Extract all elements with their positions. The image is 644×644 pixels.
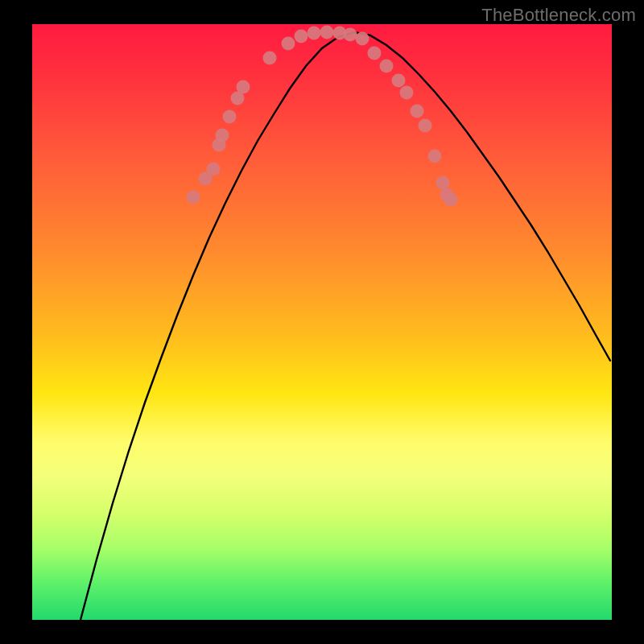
scatter-dot [207,163,221,176]
scatter-dot [237,80,250,94]
scatter-dot [419,119,432,133]
scatter-dot [428,150,442,163]
scatter-dot [368,47,382,60]
scatter-dot [282,37,295,51]
watermark-text: TheBottleneck.com [481,5,636,26]
scatter-dot [436,176,450,190]
scatter-dot [295,30,308,43]
scatter-dot [187,191,200,204]
scatter-dot [380,60,394,73]
scatter-dot [392,74,406,88]
chart-frame: TheBottleneck.com [0,0,644,644]
scatter-dot [223,110,237,124]
curve-line [80,32,610,620]
plot-area [32,24,612,620]
chart-svg [32,24,612,620]
scatter-dot [411,105,424,118]
scatter-dot [263,52,277,65]
scatter-dots [187,26,458,207]
scatter-dot [400,86,414,100]
scatter-dot [216,129,229,142]
scatter-dot [444,193,458,207]
scatter-dot [356,32,369,46]
scatter-dot [344,28,357,42]
scatter-dot [308,27,321,40]
scatter-dot [320,26,334,39]
